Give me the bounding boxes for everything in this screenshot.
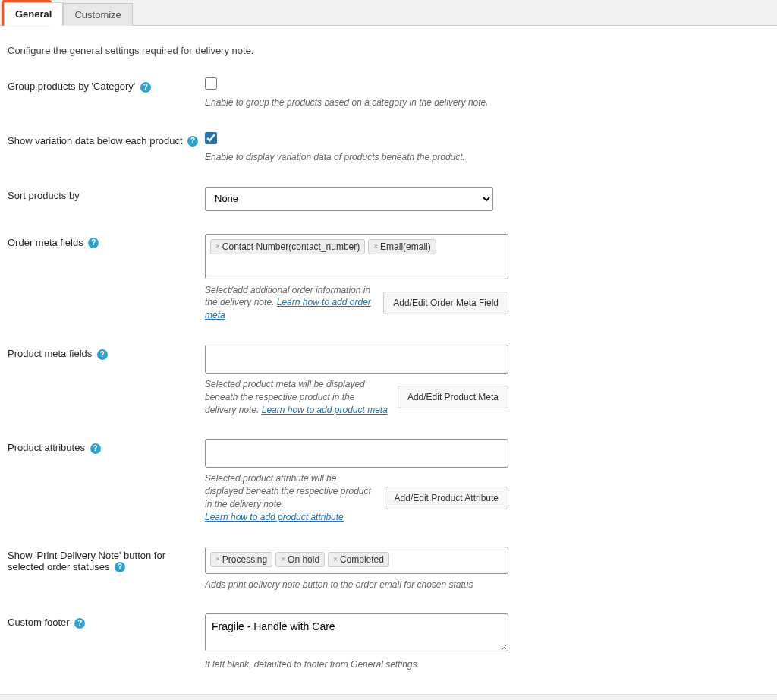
- product-meta-link[interactable]: Learn how to add product meta: [262, 405, 388, 415]
- settings-tabs: General Customize: [0, 0, 777, 26]
- sort-products-select[interactable]: None: [205, 187, 493, 211]
- close-icon[interactable]: ×: [215, 555, 220, 563]
- tag[interactable]: ×On hold: [275, 552, 325, 567]
- add-edit-product-attr-button[interactable]: Add/Edit Product Attribute: [385, 487, 508, 509]
- variation-desc: Enable to display variation data of prod…: [205, 151, 508, 164]
- tag[interactable]: ×Email(email): [368, 239, 436, 254]
- sort-label: Sort products by: [8, 190, 80, 201]
- help-icon[interactable]: ?: [88, 238, 99, 248]
- product-meta-label: Product meta fields: [8, 348, 92, 359]
- group-category-checkbox[interactable]: [205, 77, 217, 90]
- add-edit-product-meta-button[interactable]: Add/Edit Product Meta: [398, 386, 508, 408]
- footer-label: Custom footer: [8, 616, 70, 628]
- variation-checkbox[interactable]: [205, 132, 217, 144]
- order-meta-label: Order meta fields: [8, 237, 83, 248]
- help-icon[interactable]: ?: [97, 349, 108, 360]
- product-attr-link[interactable]: Learn how to add product attribute: [205, 512, 344, 522]
- close-icon[interactable]: ×: [215, 242, 220, 251]
- close-icon[interactable]: ×: [281, 555, 285, 563]
- help-icon[interactable]: ?: [115, 562, 125, 572]
- product-meta-tagbox[interactable]: [205, 345, 508, 374]
- print-button-desc: Adds print delivery note button to the o…: [205, 579, 508, 591]
- print-button-label: Show 'Print Delivery Note' button for se…: [8, 550, 165, 572]
- order-meta-tagbox[interactable]: ×Contact Number(contact_number) ×Email(e…: [205, 234, 508, 279]
- help-icon[interactable]: ?: [90, 443, 101, 454]
- tab-customize[interactable]: Customize: [63, 3, 132, 26]
- intro-text: Configure the general settings required …: [8, 45, 769, 56]
- print-status-tagbox[interactable]: ×Processing ×On hold ×Completed: [205, 547, 508, 574]
- close-icon[interactable]: ×: [373, 242, 378, 251]
- add-edit-order-meta-button[interactable]: Add/Edit Order Meta Field: [383, 292, 508, 314]
- help-icon[interactable]: ?: [187, 136, 198, 147]
- variation-label: Show variation data below each product: [8, 135, 183, 147]
- tag[interactable]: ×Processing: [210, 552, 272, 567]
- footer-bar: Update Settings: [0, 694, 777, 700]
- group-category-label: Group products by 'Category': [8, 80, 135, 92]
- group-category-desc: Enable to group the products based on a …: [205, 96, 508, 109]
- tag[interactable]: ×Completed: [328, 552, 389, 567]
- settings-content: Configure the general settings required …: [0, 26, 777, 694]
- custom-footer-textarea[interactable]: [205, 613, 508, 651]
- help-icon[interactable]: ?: [140, 82, 151, 93]
- tag[interactable]: ×Contact Number(contact_number): [210, 239, 365, 254]
- product-attr-tagbox[interactable]: [205, 439, 508, 468]
- product-attr-label: Product attributes: [8, 442, 85, 453]
- help-icon[interactable]: ?: [74, 618, 85, 629]
- close-icon[interactable]: ×: [333, 555, 338, 563]
- tab-general[interactable]: General: [4, 2, 63, 26]
- product-attr-desc: Selected product attribute will be displ…: [205, 473, 371, 509]
- footer-desc: If left blank, defaulted to footer from …: [205, 658, 508, 671]
